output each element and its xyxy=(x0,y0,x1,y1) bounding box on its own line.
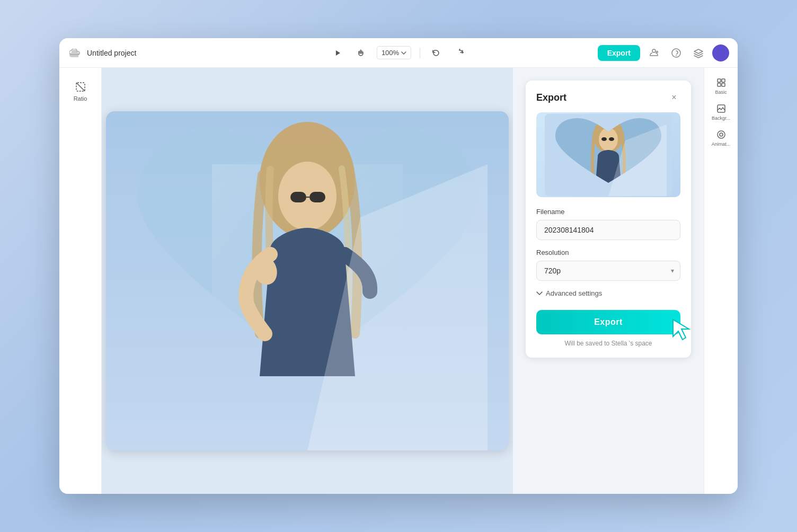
resolution-label: Resolution xyxy=(536,249,680,256)
svg-rect-18 xyxy=(722,79,725,82)
app-window: Untitled project 100% xyxy=(59,38,738,494)
svg-point-6 xyxy=(278,162,336,230)
export-panel-header: Export × xyxy=(536,91,680,104)
user-avatar[interactable] xyxy=(712,45,729,61)
export-button[interactable]: Export xyxy=(536,310,680,334)
right-area: Export × xyxy=(513,68,704,494)
help-icon[interactable] xyxy=(668,45,685,61)
cloud-icon[interactable] xyxy=(68,46,83,60)
divider xyxy=(420,48,420,58)
preview-thumbnail xyxy=(536,112,680,197)
sidebar-item-animation[interactable]: Animat... xyxy=(707,126,735,150)
filename-label: Filename xyxy=(536,208,680,216)
right-sidebar: Basic Backgr... Animat.. xyxy=(704,68,738,494)
zoom-value: 100% xyxy=(382,49,399,57)
redo-icon[interactable] xyxy=(452,46,467,60)
resolution-select-wrapper: 720p 1080p 1440p 4K ▾ xyxy=(536,261,680,281)
basic-icon xyxy=(716,77,727,88)
background-label: Backgr... xyxy=(712,116,730,121)
layers-icon[interactable] xyxy=(690,45,707,61)
svg-rect-20 xyxy=(722,83,725,86)
zoom-control[interactable]: 100% xyxy=(377,46,411,59)
user-add-icon[interactable] xyxy=(645,45,662,61)
advanced-label: Advanced settings xyxy=(546,289,602,297)
undo-icon[interactable] xyxy=(429,46,444,60)
svg-rect-8 xyxy=(309,192,325,202)
ratio-tool[interactable]: Ratio xyxy=(65,76,96,106)
canvas-svg xyxy=(106,111,509,450)
sidebar-item-basic[interactable]: Basic xyxy=(707,74,735,98)
project-title: Untitled project xyxy=(87,49,136,57)
filename-input[interactable] xyxy=(536,220,680,240)
export-panel: Export × xyxy=(526,81,691,358)
left-toolbar: Ratio xyxy=(59,68,102,494)
export-btn-container: Export xyxy=(536,310,680,334)
export-panel-title: Export xyxy=(536,92,566,103)
save-note: Will be saved to Stella 's space xyxy=(536,340,680,347)
sidebar-item-background[interactable]: Backgr... xyxy=(707,100,735,124)
resolution-select[interactable]: 720p 1080p 1440p 4K xyxy=(536,261,680,281)
animation-label: Animat... xyxy=(712,141,731,147)
svg-rect-7 xyxy=(290,192,306,202)
svg-rect-14 xyxy=(601,137,607,141)
basic-label: Basic xyxy=(715,90,727,95)
chevron-right-icon xyxy=(536,291,543,296)
advanced-settings-toggle[interactable]: Advanced settings xyxy=(536,287,680,299)
play-icon[interactable] xyxy=(330,46,345,60)
hand-icon[interactable] xyxy=(353,46,368,60)
canvas-area[interactable] xyxy=(102,68,513,494)
ratio-icon xyxy=(74,81,87,93)
export-top-button[interactable]: Export xyxy=(598,45,640,61)
svg-rect-19 xyxy=(718,83,721,86)
animation-icon xyxy=(716,129,727,140)
svg-rect-15 xyxy=(609,137,614,141)
svg-point-22 xyxy=(718,131,725,138)
topbar-center: 100% xyxy=(330,46,467,60)
svg-rect-17 xyxy=(718,79,721,82)
background-icon xyxy=(716,103,727,114)
preview-svg xyxy=(545,114,672,196)
ratio-label: Ratio xyxy=(74,95,87,102)
canvas-frame xyxy=(106,111,509,450)
close-export-button[interactable]: × xyxy=(668,91,680,104)
svg-point-1 xyxy=(652,49,656,52)
export-panel-wrapper: Export × xyxy=(513,68,704,494)
svg-marker-0 xyxy=(336,50,340,56)
main-content: Ratio xyxy=(59,68,738,494)
topbar: Untitled project 100% xyxy=(59,38,738,68)
svg-point-23 xyxy=(720,133,723,136)
